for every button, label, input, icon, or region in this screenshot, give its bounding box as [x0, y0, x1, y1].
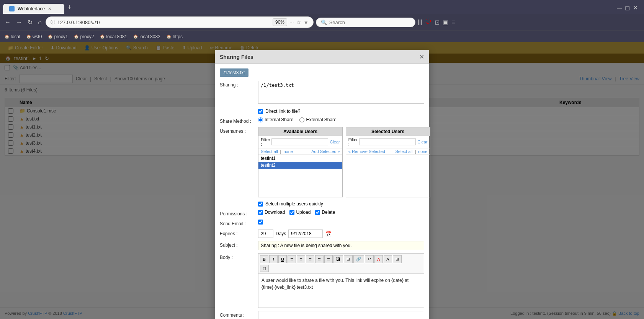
download-label: Download: [265, 210, 285, 215]
available-users-filter-input[interactable]: [271, 138, 328, 145]
shield-icon[interactable]: 🛡: [425, 19, 432, 26]
subject-input[interactable]: [258, 241, 424, 250]
ordered-list-button[interactable]: ≡: [288, 255, 296, 263]
bookmark-proxy2[interactable]: 🏠 proxy2: [74, 34, 94, 39]
internal-share-radio[interactable]: [258, 117, 263, 122]
calendar-icon[interactable]: 📅: [325, 231, 332, 237]
search-input[interactable]: [329, 20, 410, 25]
multi-user-label: Select multiple users quickly: [265, 201, 323, 207]
window-restore-button[interactable]: ◻: [625, 4, 630, 12]
bookmark-local8081[interactable]: 🏠 local 8081: [100, 34, 127, 39]
align-left-button[interactable]: ≡: [306, 255, 314, 263]
bookmark-folder-icon-2: 🏠: [26, 34, 31, 39]
add-selected-button[interactable]: Add Selected »: [311, 149, 340, 154]
body-label: Body :: [220, 253, 258, 260]
selected-none[interactable]: none: [418, 149, 427, 154]
search-bar[interactable]: 🔍: [316, 18, 415, 27]
available-select-all[interactable]: Select all: [261, 149, 278, 154]
align-center-button[interactable]: ≡: [315, 255, 324, 263]
back-button[interactable]: ←: [3, 17, 12, 27]
unordered-list-button[interactable]: ≡: [297, 255, 305, 263]
window-close-button[interactable]: ✕: [633, 4, 638, 12]
highlight-button[interactable]: A: [384, 255, 392, 263]
selected-users-header: Selected Users: [346, 127, 430, 136]
external-share-option[interactable]: External Share: [299, 117, 336, 122]
list-item[interactable]: testint1: [258, 155, 342, 162]
window-minimize-button[interactable]: ─: [617, 4, 622, 12]
selected-select-all[interactable]: Select all: [396, 149, 413, 154]
subject-row: Subject :: [220, 241, 424, 250]
more-options-icon[interactable]: ···: [289, 19, 294, 25]
library-icon[interactable]: |||: [418, 19, 422, 26]
font-color-button[interactable]: A: [374, 255, 383, 263]
search-icon: 🔍: [321, 20, 327, 25]
selected-users-box: Selected Users Filter : Clear « Remove S…: [346, 127, 430, 197]
expires-row: Expires : 29 Days 9/12/2018 📅: [220, 229, 424, 238]
insert-image-button[interactable]: 🖼: [333, 255, 343, 263]
underline-button[interactable]: U: [278, 255, 287, 263]
external-share-radio[interactable]: [299, 117, 304, 122]
selected-users-clear[interactable]: Clear: [417, 140, 427, 144]
bookmark-local[interactable]: 🏠 local: [5, 34, 20, 39]
extensions-icon[interactable]: ⊡: [435, 19, 440, 26]
available-users-clear[interactable]: Clear: [330, 140, 340, 144]
bookmark-local8082[interactable]: 🏠 local 8082: [133, 34, 160, 39]
align-right-button[interactable]: ≡: [324, 255, 333, 263]
bookmark-icon[interactable]: ☆: [296, 19, 301, 25]
bookmark-folder-icon-5: 🏠: [100, 34, 105, 39]
bookmark-folder-icon-4: 🏠: [74, 34, 78, 39]
list-item[interactable]: testint2: [258, 162, 342, 169]
selected-users-filter-row: Filter : Clear: [346, 136, 430, 148]
expires-days-input[interactable]: 29: [258, 229, 273, 238]
delete-permission[interactable]: Delete: [315, 210, 335, 215]
new-tab-button[interactable]: +: [64, 3, 75, 14]
available-users-header: Available Users: [258, 127, 342, 136]
delete-checkbox[interactable]: [315, 210, 320, 215]
bookmark-proxy1[interactable]: 🏠 proxy1: [48, 34, 68, 39]
reader-icon[interactable]: ★: [304, 19, 309, 25]
download-permission[interactable]: Download: [258, 210, 285, 215]
download-checkbox[interactable]: [258, 210, 263, 215]
comments-input[interactable]: [258, 311, 424, 319]
send-email-label: Send Email :: [220, 220, 258, 226]
sharing-path-input[interactable]: [258, 81, 424, 104]
internal-share-option[interactable]: Internal Share: [258, 117, 293, 122]
send-email-checkbox[interactable]: [258, 220, 263, 225]
forward-button[interactable]: →: [15, 17, 24, 27]
refresh-button[interactable]: ↻: [26, 17, 34, 28]
modal-close-button[interactable]: ✕: [419, 53, 424, 60]
expires-date-input[interactable]: 9/12/2018: [288, 229, 323, 238]
insert-table-button[interactable]: ⊡: [344, 255, 353, 263]
comments-label: Comments :: [220, 311, 258, 318]
source-button[interactable]: ◻: [260, 265, 269, 272]
tab-close-button[interactable]: ✕: [48, 7, 51, 11]
direct-link-checkbox[interactable]: [258, 109, 263, 114]
body-row: Body : B I U ≡ ≡ ≡ ≡ ≡ 🖼: [220, 253, 424, 308]
bookmark-wst0[interactable]: 🏠 wst0: [26, 34, 42, 39]
remove-link-button[interactable]: ↩: [365, 255, 374, 263]
sharing-modal: Sharing Files ✕ /1/test3.txt Sharing :: [215, 50, 429, 319]
browser-tab[interactable]: WebInterface ✕: [3, 4, 64, 14]
multi-user-checkbox[interactable]: [258, 202, 263, 207]
grid-button[interactable]: ⊞: [393, 255, 402, 263]
upload-permission[interactable]: Upload: [289, 210, 311, 215]
home-button[interactable]: ⌂: [36, 17, 43, 27]
bookmark-folder-icon-7: 🏠: [167, 34, 171, 39]
windows-icon[interactable]: ▣: [443, 19, 448, 26]
address-bar[interactable]: ⓘ 127.0.0.1:8080/#/1/ 90% ··· ☆ ★: [46, 16, 314, 28]
internal-share-label: Internal Share: [265, 117, 293, 122]
body-editor[interactable]: A user would like to share a file with y…: [258, 273, 424, 308]
insert-link-button[interactable]: 🔗: [353, 255, 364, 263]
delete-label: Delete: [322, 210, 335, 215]
available-users-list: testint1 testint2: [258, 155, 342, 197]
multi-user-row: Select multiple users quickly: [220, 201, 424, 207]
available-none[interactable]: none: [284, 149, 293, 154]
direct-link-label: Direct link to file?: [265, 109, 300, 114]
menu-icon[interactable]: ≡: [451, 19, 455, 26]
italic-button[interactable]: I: [269, 255, 278, 263]
selected-users-filter-input[interactable]: [359, 138, 416, 145]
upload-checkbox[interactable]: [289, 210, 294, 215]
bookmark-https[interactable]: 🏠 https: [167, 34, 183, 39]
bold-button[interactable]: B: [260, 255, 268, 263]
remove-selected-button[interactable]: « Remove Selected: [348, 149, 385, 154]
